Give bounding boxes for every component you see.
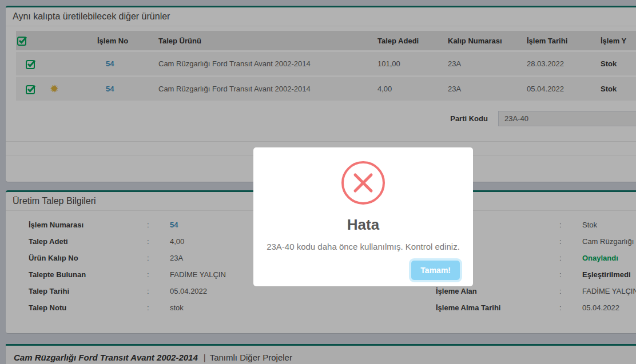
dialog-title: Hata [253, 216, 473, 234]
error-x-icon [340, 160, 386, 206]
dialog-message: 23A-40 kodu daha önce kullanılmış. Kontr… [253, 242, 473, 251]
confirm-button[interactable]: Tamam! [411, 261, 460, 280]
error-dialog: Hata 23A-40 kodu daha önce kullanılmış. … [253, 147, 473, 286]
